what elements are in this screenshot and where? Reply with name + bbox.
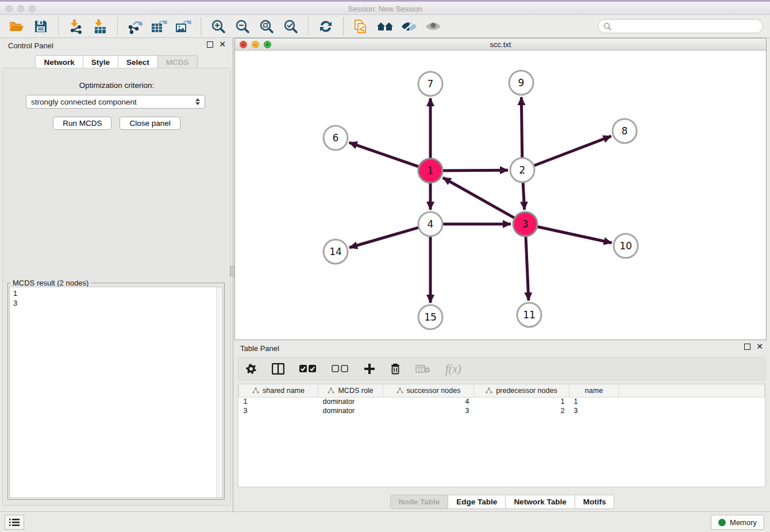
tab-network-table[interactable]: Network Table — [506, 495, 575, 509]
graph-node-label: 7 — [428, 78, 434, 90]
search-input[interactable] — [614, 22, 757, 30]
zoom-selected-icon[interactable] — [280, 17, 301, 36]
toolbar-separator — [201, 18, 201, 35]
graph-node-2[interactable]: 2 — [510, 158, 534, 182]
column-header-shared-name[interactable]: shared name — [239, 384, 318, 397]
dropdown-stepper-icon — [195, 98, 200, 105]
node-table[interactable]: shared name MCDS role successor nodes pr… — [238, 384, 765, 487]
graph-edge-2-8[interactable] — [533, 136, 611, 166]
mcds-result-groupbox: MCDS result (2 nodes) 1 3 — [7, 283, 225, 500]
refresh-view-icon[interactable] — [315, 17, 336, 36]
zoom-in-icon[interactable] — [208, 17, 229, 36]
tab-node-table[interactable]: Node Table — [390, 495, 449, 509]
export-table-icon[interactable] — [149, 17, 170, 36]
criterion-dropdown[interactable]: strongly connected component — [26, 95, 205, 109]
mcds-result-scrollbar[interactable] — [216, 287, 222, 498]
memory-button[interactable]: Memory — [711, 515, 764, 530]
save-session-icon[interactable] — [30, 17, 51, 36]
graph-node-11[interactable]: 11 — [517, 303, 541, 327]
clone-network-icon[interactable] — [351, 17, 371, 36]
toolbar-separator — [343, 18, 344, 35]
delete-table-icon[interactable] — [415, 364, 430, 373]
split-columns-icon[interactable] — [272, 363, 284, 375]
graph-node-3[interactable]: 3 — [513, 212, 537, 236]
graph-node-label: 4 — [428, 218, 434, 230]
column-header-predecessor-nodes[interactable]: predecessor nodes — [474, 384, 569, 397]
graph-node-6[interactable]: 6 — [324, 126, 348, 150]
task-history-button[interactable] — [5, 515, 24, 530]
export-image-icon[interactable] — [173, 17, 194, 36]
graph-node-label: 9 — [518, 77, 525, 88]
close-panel-button[interactable]: Close panel — [120, 117, 180, 130]
open-session-icon[interactable] — [6, 17, 27, 36]
close-panel-icon[interactable]: ✕ — [219, 41, 226, 48]
table-panel-title: Table Panel — [240, 344, 279, 353]
run-mcds-button[interactable]: Run MCDS — [53, 117, 111, 130]
graph-node-10[interactable]: 10 — [614, 234, 638, 258]
graph-node-label: 6 — [333, 132, 339, 144]
import-table-icon[interactable] — [90, 17, 110, 36]
delete-columns-trash-icon[interactable] — [390, 363, 401, 375]
deselect-all-checkboxes-icon[interactable] — [332, 365, 349, 373]
network-canvas[interactable]: 7968124314101511 — [235, 51, 766, 340]
close-table-panel-icon[interactable]: ✕ — [756, 344, 763, 350]
memory-button-label: Memory — [730, 518, 757, 527]
import-network-icon[interactable] — [66, 17, 86, 36]
hide-panels-eye-icon[interactable] — [399, 17, 419, 36]
graphics-details-icon[interactable] — [375, 17, 395, 36]
table-toolbar: f(x) — [238, 357, 765, 380]
add-column-icon[interactable] — [364, 363, 375, 375]
select-all-checkboxes-icon[interactable] — [299, 365, 317, 373]
column-header-name[interactable]: name — [569, 384, 619, 397]
window-titlebar: Session: New Session — [0, 0, 770, 15]
graph-node-label: 15 — [424, 311, 437, 323]
tab-motifs[interactable]: Motifs — [575, 495, 615, 509]
zoom-out-icon[interactable] — [232, 17, 253, 36]
toolbar-separator — [58, 18, 59, 35]
graph-node-4[interactable]: 4 — [418, 212, 442, 236]
graph-node-1[interactable]: 1 — [418, 159, 442, 183]
network-window-titlebar[interactable]: ✕ − + scc.txt — [235, 38, 766, 51]
mcds-panel-body: Optimization criterion: strongly connect… — [2, 68, 231, 506]
graph-edges[interactable] — [349, 97, 612, 303]
column-tree-icon — [486, 387, 492, 394]
column-tree-icon — [396, 387, 403, 394]
graph-node-label: 2 — [519, 164, 526, 176]
toolbar-separator — [308, 18, 309, 35]
toolbar-separator — [117, 18, 118, 35]
graph-edge-2-9[interactable] — [521, 97, 522, 159]
float-panel-icon[interactable] — [207, 41, 213, 48]
column-header-mcds-role[interactable]: MCDS role — [318, 384, 383, 397]
graph-edge-3-1[interactable] — [443, 178, 516, 218]
control-panel: Control Panel ✕ Network Style Select MCD… — [0, 38, 233, 511]
mcds-result-textarea[interactable]: 1 3 — [9, 287, 223, 498]
graph-node-label: 10 — [619, 240, 632, 252]
table-header-row: shared name MCDS role successor nodes pr… — [239, 384, 765, 397]
table-row[interactable]: 3 dominator 3 2 3 — [239, 406, 765, 415]
window-title: Session: New Session — [0, 5, 770, 13]
network-window-title: scc.txt — [235, 40, 766, 49]
graph-edge-1-6[interactable] — [349, 142, 420, 167]
column-tree-icon — [328, 387, 334, 394]
graph-node-8[interactable]: 8 — [613, 119, 637, 143]
graph-edge-1-2[interactable] — [441, 170, 508, 171]
graph-edge-3-10[interactable] — [536, 226, 612, 243]
column-header-successor-nodes[interactable]: successor nodes — [383, 384, 474, 397]
export-network-icon[interactable] — [125, 17, 145, 36]
function-builder-icon[interactable]: f(x) — [445, 363, 461, 376]
settings-gear-icon[interactable] — [245, 363, 257, 375]
graph-node-label: 1 — [428, 165, 434, 176]
graph-node-14[interactable]: 14 — [324, 240, 348, 264]
graph-node-7[interactable]: 7 — [418, 72, 442, 96]
graph-edge-4-14[interactable] — [349, 227, 420, 248]
tab-edge-table[interactable]: Edge Table — [448, 495, 506, 509]
float-table-panel-icon[interactable] — [744, 344, 750, 350]
graph-node-9[interactable]: 9 — [509, 71, 533, 95]
table-row[interactable]: 1 dominator 4 1 1 — [239, 397, 765, 406]
graph-edge-2-3[interactable] — [523, 181, 525, 210]
graph-node-15[interactable]: 15 — [418, 305, 442, 329]
zoom-fit-icon[interactable] — [256, 17, 277, 36]
show-panels-eye-icon[interactable] — [423, 17, 444, 36]
criterion-dropdown-value: strongly connected component — [31, 98, 195, 106]
graph-edge-3-11[interactable] — [526, 235, 529, 300]
